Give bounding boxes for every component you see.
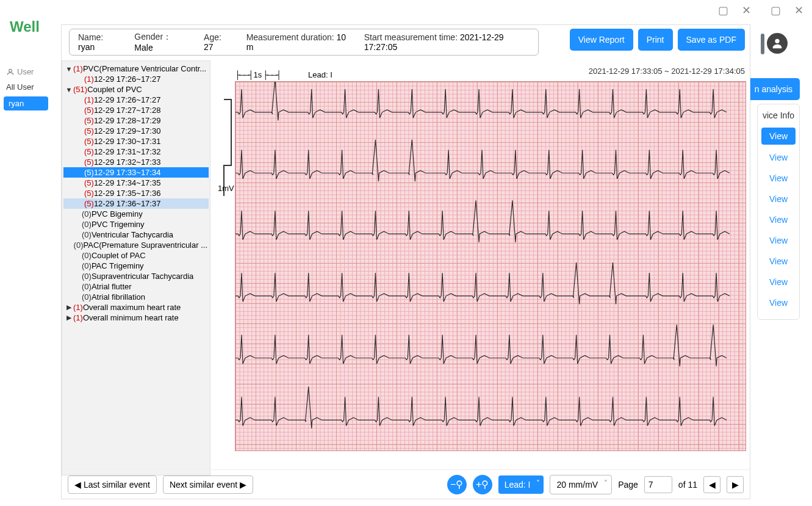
ecg-grid[interactable] [235,81,746,451]
user-section-header: User [2,65,49,79]
page-input[interactable] [644,476,672,493]
page-label: Page [618,480,638,490]
last-similar-event-button[interactable]: ◀Last similar event [68,475,157,494]
view-link[interactable]: View [761,128,796,145]
tree-node[interactable]: (5) 12-29 17:28~17:29 [63,115,209,126]
device-info-panel: vice Info ViewViewViewViewViewViewViewVi… [757,104,800,320]
next-similar-event-button[interactable]: Next similar event▶ [163,475,253,494]
selected-user[interactable]: ryan [4,96,48,110]
next-page-button[interactable]: ▶ [727,476,744,493]
gain-select[interactable]: 20 mm/mV [550,475,612,494]
svg-point-0 [775,39,779,43]
close-icon-2[interactable]: ✕ [794,4,803,17]
view-link[interactable]: View [758,272,799,292]
tree-node[interactable]: (0) PAC Trigeminy [63,261,209,271]
event-tree[interactable]: ▼(1) PVC(Premature Ventricular Contr...(… [62,60,210,475]
view-link[interactable]: View [758,251,799,272]
tree-node[interactable]: (0) Atrial flutter [63,281,209,292]
prev-page-button[interactable]: ◀ [703,476,720,493]
tree-node[interactable]: (5) 12-29 17:29~17:30 [63,126,209,136]
all-users-link[interactable]: All User [2,79,49,95]
ecg-footer: ◀Last similar event Next similar event▶ … [62,469,750,499]
view-link[interactable]: View [758,292,799,313]
tree-node[interactable]: ▶(1) Overall minimum heart rate [63,313,209,323]
tree-node[interactable]: (5) 12-29 17:34~17:35 [63,178,209,188]
tree-node[interactable]: ▶(1) Overall maximum heart rate [63,302,209,313]
logo: Well [10,18,40,35]
analysis-button[interactable]: n analysis [747,78,800,100]
zoom-out-icon[interactable]: −⚲ [447,475,467,494]
ecg-amplitude: 1mV [218,184,234,193]
lead-select[interactable]: Lead: I [498,475,544,494]
save-pdf-button[interactable]: Save as PDF [678,29,745,51]
tree-node[interactable]: (1) 12-29 17:26~17:27 [63,74,209,84]
tree-node[interactable]: (0) Supraventricular Tachycardia [63,271,209,281]
tree-node[interactable]: (0) Ventricular Tachycardia [63,230,209,240]
tree-node[interactable]: (0) Couplet of PAC [63,250,209,261]
tree-node[interactable]: (5) 12-29 17:27~17:28 [63,105,209,115]
close-icon[interactable]: ✕ [742,4,751,17]
device-info-header: vice Info [758,110,799,125]
tree-node[interactable]: (0) PVC Bigeminy [63,209,209,219]
tree-node[interactable]: (5) 12-29 17:31~17:32 [63,146,209,157]
tree-node[interactable]: (1) 12-29 17:26~17:27 [63,95,209,105]
view-report-button[interactable]: View Report [570,29,633,51]
view-link[interactable]: View [758,168,799,189]
page-total: of 11 [678,480,697,490]
ecg-modal: Name: ryan Gender： Male Age: 27 Measurem… [61,24,750,499]
tree-node[interactable]: (5) 12-29 17:32~17:33 [63,157,209,167]
view-link[interactable]: View [758,147,799,168]
tree-node[interactable]: ▼(1) PVC(Premature Ventricular Contr... [63,63,209,74]
view-link[interactable]: View [758,209,799,230]
tree-node[interactable]: (0) PAC(Premature Supraventricular ... [63,240,209,250]
ecg-viewer: 2021-12-29 17:33:05 ~ 2021-12-29 17:34:0… [218,62,747,495]
avatar[interactable] [767,33,788,54]
tree-node[interactable]: (0) Atrial fibrillation [63,292,209,302]
ecg-timebase: ├──┤ 1s ├──┤ [235,70,281,79]
print-button[interactable]: Print [638,29,673,51]
tree-node[interactable]: (5) 12-29 17:33~17:34 [63,167,209,178]
tree-node[interactable]: (5) 12-29 17:35~17:36 [63,188,209,198]
view-link[interactable]: View [758,230,799,251]
divider [761,34,764,54]
view-link[interactable]: View [758,189,799,209]
svg-point-1 [9,69,12,72]
tree-node[interactable]: (5) 12-29 17:36~17:37 [63,198,209,209]
tree-node[interactable]: ▼(51) Couplet of PVC [63,84,209,95]
ecg-lead-label: Lead: I [308,70,332,79]
zoom-in-icon[interactable]: +⚲ [473,475,492,494]
patient-info-bar: Name: ryan Gender： Male Age: 27 Measurem… [69,29,539,56]
tree-node[interactable]: (5) 12-29 17:30~17:31 [63,136,209,146]
ecg-timestamp: 2021-12-29 17:33:05 ~ 2021-12-29 17:34:0… [589,67,745,76]
tree-node[interactable]: (0) PVC Trigeminy [63,219,209,230]
minimize-icon[interactable]: ▢ [718,4,728,17]
minimize-icon-2[interactable]: ▢ [771,4,781,17]
